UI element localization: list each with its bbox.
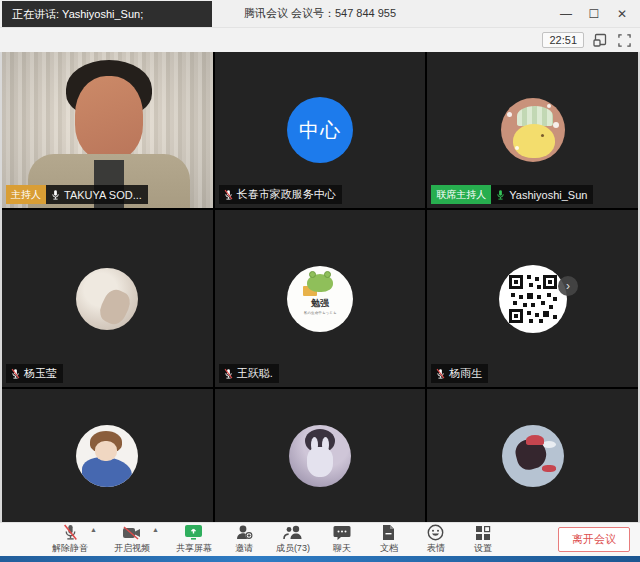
speaking-indicator: 正在讲话: Yashiyoshi_Sun; [2, 1, 212, 27]
minimize-button[interactable]: — [554, 2, 578, 26]
window-controls: — ☐ ✕ [554, 0, 634, 28]
nameplate: 杨玉莹 [6, 364, 63, 383]
mic-speaking-icon [495, 189, 506, 201]
unmute-button[interactable]: 解除静音 [52, 524, 88, 555]
participant-name: TAKUYA SOD... [64, 189, 142, 201]
maximize-button[interactable]: ☐ [582, 2, 606, 26]
invite-icon [235, 524, 253, 541]
avatar [501, 98, 565, 162]
invite-button[interactable]: 邀请 [229, 524, 259, 555]
avatar [289, 425, 351, 487]
leave-meeting-button[interactable]: 离开会议 [558, 527, 630, 552]
mic-muted-icon [223, 189, 234, 201]
nameplate: 主持人 TAKUYA SOD... [6, 185, 148, 204]
avatar-text: 勉强 [311, 297, 329, 310]
start-video-button[interactable]: 开启视频 [114, 524, 150, 555]
mic-muted-icon [223, 368, 234, 380]
desktop-background-strip [0, 556, 640, 562]
cohost-badge: 联席主持人 [431, 185, 491, 204]
close-button[interactable]: ✕ [610, 2, 634, 26]
participant-name: 杨玉莹 [24, 366, 57, 381]
video-tile-8[interactable] [215, 389, 426, 522]
layout-switch-icon[interactable] [592, 32, 608, 48]
video-tile-7[interactable] [2, 389, 213, 522]
video-grid: 主持人 TAKUYA SOD... 中心 长春市家政服务中心 [0, 52, 640, 522]
avatar [502, 425, 564, 487]
avatar [76, 425, 138, 487]
fullscreen-icon[interactable] [616, 32, 632, 48]
video-tile-takuya[interactable]: 主持人 TAKUYA SOD... [2, 52, 213, 208]
share-screen-icon [184, 524, 203, 541]
mic-muted-icon [435, 368, 446, 380]
meeting-toolbar: 解除静音 ▲ 开启视频 ▲ 共享屏幕 邀请 成员(73) [0, 522, 640, 556]
mic-on-icon [50, 189, 61, 201]
host-badge: 主持人 [6, 185, 46, 204]
avatar: 中心 [287, 97, 353, 163]
avatar-subtext: 私の生命中もっとも [304, 310, 337, 315]
participant-name: 王跃聪. [237, 366, 273, 381]
avatar [76, 268, 138, 330]
members-icon [283, 524, 303, 541]
share-screen-button[interactable]: 共享屏幕 [176, 524, 212, 555]
nameplate: 王跃聪. [219, 364, 279, 383]
video-options-caret[interactable]: ▲ [152, 526, 159, 533]
emoji-button[interactable]: 表情 [421, 524, 451, 555]
mic-options-caret[interactable]: ▲ [90, 526, 97, 533]
nameplate: 杨雨生 [431, 364, 488, 383]
video-tile-yashiyoshi[interactable]: 联席主持人 Yashiyoshi_Sun [427, 52, 638, 208]
documents-button[interactable]: 文档 [374, 524, 404, 555]
video-tile-center[interactable]: 中心 长春市家政服务中心 [215, 52, 426, 208]
video-tile-yangyusheng[interactable]: 杨雨生 [427, 210, 638, 387]
meeting-time: 22:51 [542, 32, 584, 48]
video-tile-wangyuecong[interactable]: 勉强 私の生命中もっとも 王跃聪. [215, 210, 426, 387]
mic-muted-icon [62, 524, 79, 541]
window-titlebar: 正在讲话: Yashiyoshi_Sun; 腾讯会议 会议号：547 844 9… [0, 0, 640, 28]
participant-name: 杨雨生 [449, 366, 482, 381]
settings-icon [475, 524, 491, 541]
mic-muted-icon [10, 368, 21, 380]
nameplate: 联席主持人 Yashiyoshi_Sun [431, 185, 593, 204]
emoji-icon [427, 524, 444, 541]
chat-button[interactable]: 聊天 [327, 524, 357, 555]
nameplate: 长春市家政服务中心 [219, 185, 342, 204]
chat-icon [333, 524, 351, 541]
settings-button[interactable]: 设置 [468, 524, 498, 555]
next-page-button[interactable]: › [558, 276, 578, 296]
camera-off-icon [122, 524, 142, 541]
video-tile-yangyuying[interactable]: 杨玉莹 [2, 210, 213, 387]
avatar: 勉强 私の生命中もっとも [287, 266, 353, 332]
meeting-statusbar: 22:51 [0, 28, 640, 52]
participant-name: Yashiyoshi_Sun [509, 189, 587, 201]
participant-name: 长春市家政服务中心 [237, 187, 336, 202]
avatar-qr-code [499, 265, 567, 333]
members-button[interactable]: 成员(73) [276, 524, 310, 555]
document-icon [381, 524, 396, 541]
window-title: 腾讯会议 会议号：547 844 955 [244, 6, 396, 21]
video-tile-9[interactable] [427, 389, 638, 522]
